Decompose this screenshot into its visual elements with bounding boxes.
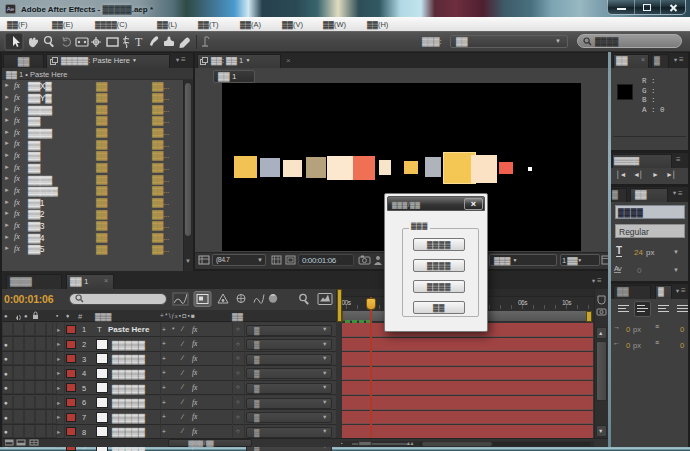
svg-text:T: T — [135, 35, 143, 49]
